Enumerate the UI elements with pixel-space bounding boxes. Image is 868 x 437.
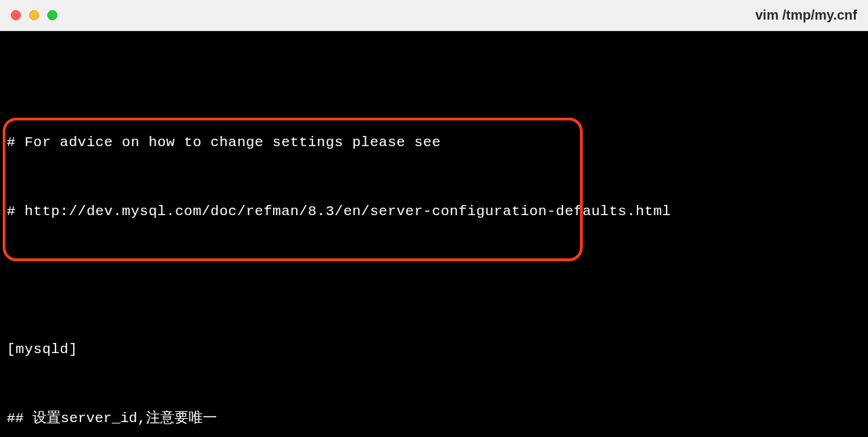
terminal-editor[interactable]: # For advice on how to change settings p…	[0, 31, 868, 437]
code-line: # For advice on how to change settings p…	[7, 131, 861, 154]
code-line: # http://dev.mysql.com/doc/refman/8.3/en…	[7, 200, 861, 223]
zoom-button[interactable]	[47, 10, 57, 20]
window-controls	[11, 10, 57, 20]
close-button[interactable]	[11, 10, 21, 20]
file-content: # For advice on how to change settings p…	[7, 85, 861, 437]
code-line	[7, 269, 861, 292]
minimize-button[interactable]	[29, 10, 39, 20]
code-line: [mysqld]	[7, 338, 861, 361]
window-titlebar: vim /tmp/my.cnf	[0, 0, 868, 31]
window-title: vim /tmp/my.cnf	[755, 7, 857, 23]
code-line: ## 设置server_id,注意要唯一	[7, 407, 861, 430]
